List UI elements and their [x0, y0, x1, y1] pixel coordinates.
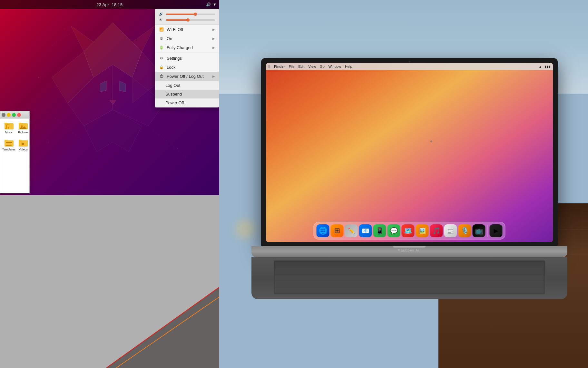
- macos-dock: 🌐 ⊞ ✏️ 📧 📱 💬: [314, 222, 505, 240]
- dock-separator: [487, 225, 488, 237]
- macbook-keyboard-body: [251, 257, 567, 299]
- music-label: Music: [5, 131, 13, 134]
- pictures-label: Pictures: [18, 131, 29, 134]
- macbook-screen:  Finder File Edit View Go Window Help ▲…: [266, 63, 553, 242]
- svg-point-25: [7, 127, 9, 129]
- templates-icon: [5, 138, 14, 147]
- svg-rect-34: [6, 142, 12, 143]
- music-icon: [5, 121, 14, 130]
- videos-label: Videos: [19, 148, 28, 151]
- volume-slider-row: 🔊: [159, 12, 215, 16]
- macbook-keyboard: [274, 261, 545, 294]
- macbook-hinge-notch: [393, 246, 426, 248]
- svg-point-17: [48, 142, 49, 143]
- dock-tv[interactable]: 📺: [473, 224, 485, 237]
- wifi-arrow: ▶: [212, 28, 215, 31]
- menu-file[interactable]: File: [289, 65, 295, 68]
- macos-battery-icon: ▮▮▮: [544, 65, 550, 68]
- macos-wallpaper: [266, 63, 553, 242]
- menu-view[interactable]: View: [308, 65, 316, 68]
- lower-left-grey: [0, 195, 219, 368]
- svg-point-15: [38, 77, 39, 78]
- settings-menu-item[interactable]: ⚙ Settings: [155, 54, 219, 63]
- settings-icon: ⚙: [159, 56, 164, 61]
- battery-menu-item[interactable]: 🔋 Fully Charged ▶: [155, 43, 219, 52]
- file-manager-titlebar: [0, 111, 29, 118]
- dock-launchpad[interactable]: ⊞: [331, 224, 344, 237]
- dock-facetime[interactable]: 📱: [373, 224, 386, 237]
- svg-rect-33: [5, 140, 7, 141]
- menu-edit[interactable]: Edit: [298, 65, 304, 68]
- svg-rect-36: [6, 145, 12, 146]
- file-manager-content: Music Pictures: [0, 118, 29, 154]
- videos-icon: [19, 138, 28, 147]
- fm-item-templates[interactable]: Templates: [2, 137, 16, 153]
- system-menu: 🔊 ☀ 📶 Wi-Fi Off ▶: [155, 9, 219, 107]
- dock-news[interactable]: 📰: [444, 224, 457, 237]
- fm-item-pictures[interactable]: Pictures: [17, 120, 29, 136]
- poweroff-submenu-item[interactable]: Power Off...: [155, 98, 219, 107]
- fm-item-videos[interactable]: Videos: [17, 137, 29, 153]
- svg-point-24: [5, 128, 7, 129]
- macbook-air-label: MacBook Air: [398, 249, 421, 252]
- suspend-submenu-item[interactable]: Suspend: [155, 90, 219, 98]
- lock-icon: 🔒: [159, 65, 164, 70]
- ubuntu-desktop: 23 Apr 18:15 🔊 ▼ 🔊 ☀: [0, 0, 219, 195]
- menu-help[interactable]: Help: [345, 65, 352, 68]
- dock-finder[interactable]: 🌐: [317, 224, 329, 237]
- svg-rect-27: [9, 125, 9, 127]
- macbook-bottom-edge: MacBook Air: [251, 246, 567, 257]
- dock-music[interactable]: 🎵: [430, 224, 443, 237]
- menu-finder[interactable]: Finder: [274, 65, 285, 68]
- wifi-icon: 📶: [159, 27, 164, 32]
- volume-icon[interactable]: 🔊: [206, 2, 211, 7]
- power-submenu: Log Out Suspend Power Off...: [155, 81, 219, 107]
- macos-menubar:  Finder File Edit View Go Window Help ▲…: [266, 63, 553, 70]
- svg-rect-38: [19, 140, 22, 141]
- dock-podcasts[interactable]: 🎙️: [458, 224, 471, 237]
- svg-rect-23: [6, 125, 7, 128]
- svg-rect-22: [5, 123, 7, 124]
- fm-menu-button[interactable]: [2, 113, 5, 117]
- system-menu-icon[interactable]: ▼: [213, 2, 217, 7]
- fm-maximize-button[interactable]: [12, 113, 16, 117]
- fm-minimize-button[interactable]: [7, 113, 11, 117]
- ubuntu-topbar: 23 Apr 18:15 🔊 ▼: [0, 0, 219, 9]
- battery-arrow: ▶: [212, 46, 215, 49]
- wifi-menu-item[interactable]: 📶 Wi-Fi Off ▶: [155, 25, 219, 34]
- dock-messages[interactable]: 💬: [387, 224, 400, 237]
- volume-slider-thumb[interactable]: [194, 13, 197, 16]
- macbook-laptop:  Finder File Edit View Go Window Help ▲…: [235, 58, 583, 284]
- lock-menu-item[interactable]: 🔒 Lock: [155, 63, 219, 72]
- fm-close-button[interactable]: [17, 113, 21, 117]
- diagonal-accent: [106, 287, 219, 368]
- dock-mail[interactable]: 📧: [359, 224, 372, 237]
- bluetooth-icon: B: [159, 36, 164, 41]
- macbook-screen-bezel:  Finder File Edit View Go Window Help ▲…: [261, 58, 558, 249]
- volume-slider-fill: [166, 14, 195, 15]
- webcam: [408, 61, 410, 63]
- volume-slider-icon: 🔊: [159, 12, 164, 16]
- menu-window[interactable]: Window: [328, 65, 341, 68]
- menu-separator-1: [155, 53, 219, 53]
- dock-photos[interactable]: 🖼️: [416, 224, 429, 237]
- bluetooth-menu-item[interactable]: B On ▶: [155, 34, 219, 43]
- brightness-slider-thumb[interactable]: [186, 18, 190, 22]
- power-icon: ⏻: [159, 74, 164, 79]
- macos-wifi-icon: ▲: [539, 65, 542, 68]
- ubuntu-topbar-datetime: 23 Apr 18:15: [96, 2, 122, 7]
- battery-icon: 🔋: [159, 45, 164, 50]
- logout-submenu-item[interactable]: Log Out: [155, 81, 219, 90]
- volume-slider-track[interactable]: [166, 14, 215, 15]
- fm-item-music[interactable]: Music: [2, 120, 16, 136]
- apple-logo: : [269, 64, 270, 69]
- dock-maps[interactable]: 🗺️: [402, 224, 415, 237]
- brightness-slider-track[interactable]: [166, 19, 215, 21]
- brightness-slider-icon: ☀: [159, 18, 164, 22]
- menu-go[interactable]: Go: [320, 65, 325, 68]
- power-menu-item[interactable]: ⏻ Power Off / Log Out ▶: [155, 72, 219, 81]
- dock-appletv[interactable]: ▶: [490, 224, 503, 237]
- svg-point-19: [64, 29, 65, 30]
- brightness-slider-row: ☀: [159, 18, 215, 22]
- dock-pencil[interactable]: ✏️: [345, 224, 358, 237]
